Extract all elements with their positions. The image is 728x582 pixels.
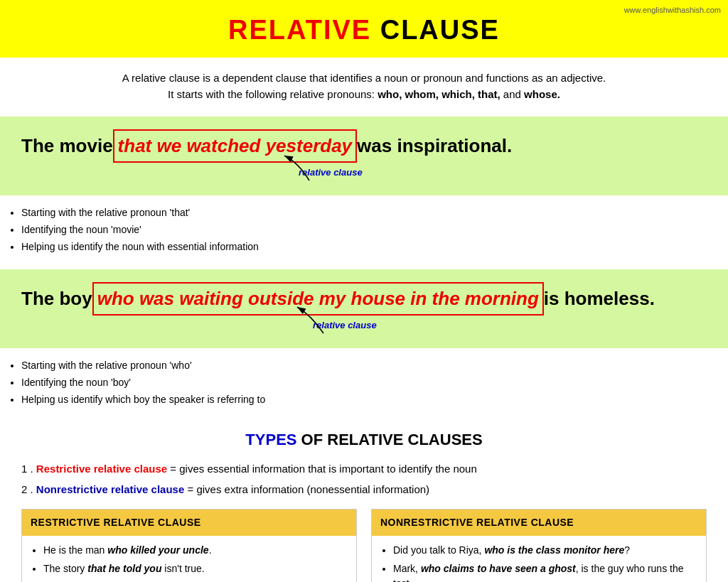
example1-clause-label: relative clause: [299, 166, 363, 180]
nonrestrictive-body: Did you talk to Riya, who is the class m…: [372, 536, 706, 582]
n2-italic: who claims to have seen a ghost: [421, 563, 576, 574]
intro-section: A relative clause is a dependent clause …: [0, 58, 728, 109]
type1-link: Restrictive relative clause: [36, 463, 167, 475]
type2-rest: = gives extra information (nonessential …: [184, 483, 429, 495]
nonrestrictive-item-1: Did you talk to Riya, who is the class m…: [393, 543, 697, 558]
example2-highlight: who was waiting outside my house in the …: [92, 282, 544, 316]
clauses-grid: RESTRICTIVE RELATIVE CLAUSE He is the ma…: [14, 509, 714, 582]
r1-before: He is the man: [43, 544, 107, 556]
nonrestrictive-box: NONRESTRICTIVE RELATIVE CLAUSE Did you t…: [371, 509, 707, 582]
title-red: RELATIVE: [228, 15, 371, 45]
title-bar: RELATIVE CLAUSE: [0, 0, 728, 58]
r2-italic: that he told you: [87, 563, 161, 574]
n1-italic: who is the class monitor here: [484, 544, 624, 556]
restrictive-body: He is the man who killed your uncle. The…: [22, 536, 356, 582]
r1-italic: who killed your uncle: [107, 544, 208, 556]
example2-block: The boy who was waiting outside my house…: [0, 269, 728, 348]
n2-before: Mark,: [393, 563, 421, 574]
types-title-blue: TYPES: [245, 431, 296, 448]
types-list: 1 . Restrictive relative clause = gives …: [14, 461, 714, 497]
restrictive-item-2: The story that he told you isn't true.: [43, 561, 348, 576]
type2-link: Nonrestrictive relative clause: [36, 483, 184, 495]
example1-outer: relative pronoun The movie that we watch…: [0, 117, 728, 195]
example1-block: The movie that we watched yesterday was …: [0, 117, 728, 195]
n1-before: Did you talk to Riya,: [393, 544, 484, 556]
restrictive-list: He is the man who killed your uncle. The…: [31, 543, 348, 576]
types-section: TYPES OF RELATIVE CLAUSES 1 . Restrictiv…: [0, 415, 728, 582]
website-url: www.englishwithashish.com: [624, 4, 721, 16]
n1-after: ?: [624, 544, 630, 556]
example2-bullet-2: Identifying the noun 'boy': [21, 375, 714, 390]
example1-sentence: The movie that we watched yesterday was …: [14, 129, 714, 163]
example2-before: The boy: [21, 285, 92, 313]
restrictive-box: RESTRICTIVE RELATIVE CLAUSE He is the ma…: [21, 509, 357, 582]
intro-line1: A relative clause is a dependent clause …: [21, 70, 707, 87]
example1-highlight: that we watched yesterday: [113, 129, 357, 163]
example1-bullet-3: Helping us identify the noun with essent…: [21, 239, 714, 254]
types-title: TYPES OF RELATIVE CLAUSES: [14, 428, 714, 451]
example1-bullet-1: Starting with the relative pronoun 'that…: [21, 205, 714, 220]
restrictive-header: RESTRICTIVE RELATIVE CLAUSE: [22, 510, 356, 536]
nonrestrictive-header: NONRESTRICTIVE RELATIVE CLAUSE: [372, 510, 706, 536]
title-black: CLAUSE: [371, 15, 500, 45]
type-list-item-2: 2 . Nonrestrictive relative clause = giv…: [21, 482, 714, 498]
example2-outer: relative pronoun The boy who was waiting…: [0, 269, 728, 348]
example1-bullets: Starting with the relative pronoun 'that…: [0, 195, 728, 262]
example2-after: is homeless.: [544, 285, 655, 313]
r2-before: The story: [43, 563, 87, 574]
r1-after: .: [209, 544, 212, 556]
r2-after: isn't true.: [161, 563, 204, 574]
example1-after: was inspirational.: [357, 132, 512, 160]
restrictive-item-1: He is the man who killed your uncle.: [43, 543, 348, 558]
example2-bullets: Starting with the relative pronoun 'who'…: [0, 348, 728, 415]
page-title: RELATIVE CLAUSE: [7, 10, 721, 50]
type1-rest: = gives essential information that is im…: [167, 463, 477, 475]
intro-line2: It starts with the following relative pr…: [21, 87, 707, 103]
example2-bullet-3: Helping us identify which boy the speake…: [21, 392, 714, 407]
types-title-black: OF RELATIVE CLAUSES: [296, 431, 482, 448]
page: www.englishwithashish.com RELATIVE CLAUS…: [0, 0, 728, 582]
example2-sentence: The boy who was waiting outside my house…: [14, 282, 714, 316]
type-list-item-1: 1 . Restrictive relative clause = gives …: [21, 461, 714, 478]
example1-bullet-2: Identifying the noun 'movie': [21, 222, 714, 237]
nonrestrictive-list: Did you talk to Riya, who is the class m…: [380, 543, 697, 582]
nonrestrictive-item-2: Mark, who claims to have seen a ghost, i…: [393, 561, 697, 582]
example2-bullet-1: Starting with the relative pronoun 'who': [21, 358, 714, 373]
example2-clause-label: relative clause: [313, 318, 377, 333]
example1-before: The movie: [21, 132, 113, 160]
